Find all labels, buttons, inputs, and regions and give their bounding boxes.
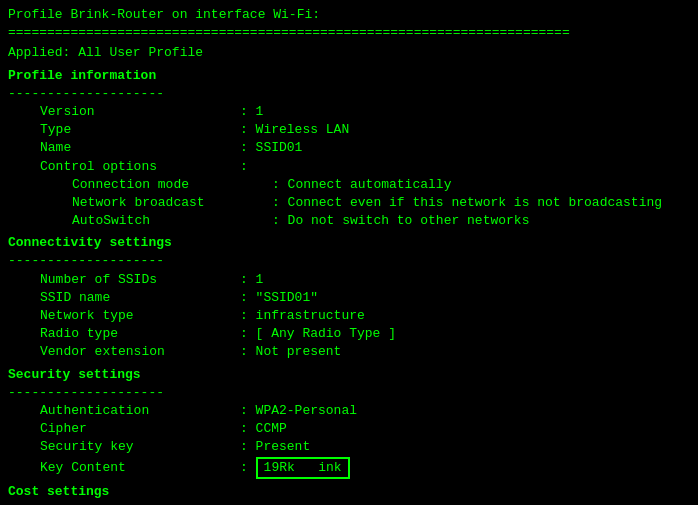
security-separator: -------------------- [8, 384, 690, 402]
profile-info-header: Profile information [8, 67, 690, 85]
field-auth-value: : WPA2-Personal [240, 402, 357, 420]
field-numssid-key: Number of SSIDs [40, 271, 240, 289]
field-radiotype-value: : [ Any Radio Type ] [240, 325, 396, 343]
separator-top: ========================================… [8, 24, 690, 42]
field-vendorext-key: Vendor extension [40, 343, 240, 361]
profile-info-separator: -------------------- [8, 85, 690, 103]
field-name-value: : SSID01 [240, 139, 302, 157]
title-line: Profile Brink-Router on interface Wi-Fi: [8, 6, 690, 24]
field-seckey-value: : Present [240, 438, 310, 456]
field-version-key: Version [40, 103, 240, 121]
field-cipher-key: Cipher [40, 420, 240, 438]
connectivity-header: Connectivity settings [8, 234, 690, 252]
field-version-value: : 1 [240, 103, 263, 121]
applied-line: Applied: All User Profile [8, 44, 690, 62]
connectivity-separator: -------------------- [8, 252, 690, 270]
field-nettype-value: : infrastructure [240, 307, 365, 325]
field-autoswitch-value: : Do not switch to other networks [272, 212, 529, 230]
field-cipher-value: : CCMP [240, 420, 287, 438]
field-nettype-key: Network type [40, 307, 240, 325]
field-type-key: Type [40, 121, 240, 139]
field-keycontent-value: : [240, 459, 256, 477]
cost-separator: -------------------- [8, 502, 690, 505]
cost-header: Cost settings [8, 483, 690, 501]
field-vendorext-value: : Not present [240, 343, 341, 361]
field-seckey-key: Security key [40, 438, 240, 456]
field-ssidname-value: : "SSID01" [240, 289, 318, 307]
field-numssid-value: : 1 [240, 271, 263, 289]
field-ssidname-key: SSID name [40, 289, 240, 307]
field-name-key: Name [40, 139, 240, 157]
field-control-value: : [240, 158, 248, 176]
field-netbcast-value: : Connect even if this network is not br… [272, 194, 662, 212]
field-auth-key: Authentication [40, 402, 240, 420]
field-control-key: Control options [40, 158, 240, 176]
field-radiotype-key: Radio type [40, 325, 240, 343]
security-header: Security settings [8, 366, 690, 384]
field-type-value: : Wireless LAN [240, 121, 349, 139]
field-connmode-value: : Connect automatically [272, 176, 451, 194]
field-keycontent-key: Key Content [40, 459, 240, 477]
key-content-highlighted: 19Rk ink [256, 457, 350, 480]
terminal-window: Profile Brink-Router on interface Wi-Fi:… [8, 6, 690, 505]
field-netbcast-key: Network broadcast [72, 194, 272, 212]
field-connmode-key: Connection mode [72, 176, 272, 194]
field-autoswitch-key: AutoSwitch [72, 212, 272, 230]
